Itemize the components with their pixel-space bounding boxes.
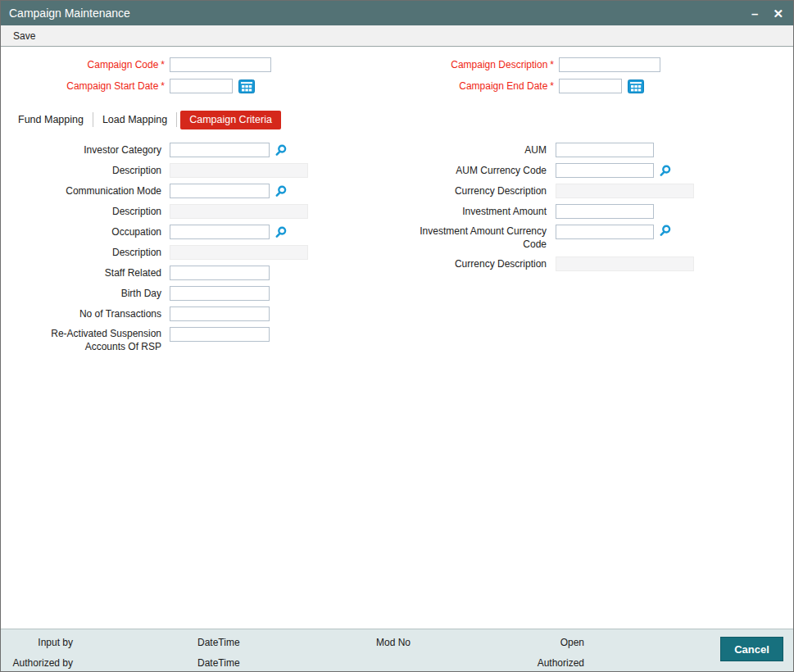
aum-label: AUM xyxy=(397,143,547,157)
aum-currency-code-input[interactable] xyxy=(556,163,654,178)
header-form: Campaign Code* Campaign Start Date* Camp… xyxy=(1,47,793,100)
window-titlebar: Campaign Maintenance – ✕ xyxy=(1,1,793,25)
investor-category-description-label: Description xyxy=(1,164,161,177)
search-icon[interactable] xyxy=(274,185,287,198)
calendar-icon[interactable] xyxy=(628,79,644,93)
tab-bar: Fund Mapping Load Mapping Campaign Crite… xyxy=(1,110,793,129)
tab-fund-mapping[interactable]: Fund Mapping xyxy=(9,111,93,129)
reactivated-suspension-accounts-label: Re-Activated Suspension Accounts Of RSP xyxy=(1,327,161,353)
investment-amount-currency-code-input[interactable] xyxy=(556,225,654,239)
save-button[interactable]: Save xyxy=(13,30,35,42)
required-asterisk: * xyxy=(550,80,554,92)
toolbar: Save xyxy=(1,25,793,47)
staff-related-input[interactable] xyxy=(170,266,270,280)
calendar-icon[interactable] xyxy=(238,79,255,93)
required-asterisk: * xyxy=(161,80,165,92)
datetime-label: DateTime xyxy=(197,657,240,669)
communication-mode-description-label: Description xyxy=(1,205,161,218)
tab-campaign-criteria[interactable]: Campaign Criteria xyxy=(180,111,281,129)
window-title: Campaign Maintenance xyxy=(9,7,130,20)
aum-currency-description-label: Currency Description xyxy=(397,184,547,198)
investment-currency-description-field xyxy=(556,257,694,271)
occupation-description-field xyxy=(170,245,308,260)
search-icon[interactable] xyxy=(274,226,287,238)
search-icon[interactable] xyxy=(274,144,287,157)
campaign-description-label: Campaign Description* xyxy=(397,58,554,71)
reactivated-suspension-accounts-input[interactable] xyxy=(170,327,270,342)
investor-category-description-field xyxy=(170,163,308,178)
campaign-maintenance-window: Campaign Maintenance – ✕ Save Campaign C… xyxy=(0,0,794,672)
aum-input[interactable] xyxy=(556,143,654,157)
campaign-end-date-label: Campaign End Date* xyxy=(397,79,554,93)
no-of-transactions-label: No of Transactions xyxy=(1,307,161,320)
minimize-icon[interactable]: – xyxy=(751,7,758,20)
investment-amount-input[interactable] xyxy=(556,204,654,219)
datetime-label: DateTime xyxy=(197,637,240,648)
authorized-status-label: Authorized xyxy=(492,657,584,669)
cancel-button[interactable]: Cancel xyxy=(720,637,783,661)
campaign-code-input[interactable] xyxy=(170,57,271,72)
footer-bar: Input by DateTime Mod No Open Authorized… xyxy=(1,629,793,671)
birth-day-input[interactable] xyxy=(170,286,270,301)
campaign-criteria-panel: Investor Category Description Communicat… xyxy=(1,129,793,359)
investor-category-label: Investor Category xyxy=(1,143,161,157)
investor-category-input[interactable] xyxy=(170,143,270,157)
aum-currency-code-label: AUM Currency Code xyxy=(397,164,547,177)
communication-mode-description-field xyxy=(170,204,308,219)
mod-no-label: Mod No xyxy=(376,637,411,648)
communication-mode-input[interactable] xyxy=(170,184,270,198)
authorized-by-label: Authorized by xyxy=(1,657,73,669)
required-asterisk: * xyxy=(550,59,554,70)
investment-currency-description-label: Currency Description xyxy=(397,257,547,270)
birth-day-label: Birth Day xyxy=(1,287,161,300)
aum-currency-description-field xyxy=(556,184,694,198)
close-icon[interactable]: ✕ xyxy=(773,7,783,20)
no-of-transactions-input[interactable] xyxy=(170,306,270,321)
input-by-label: Input by xyxy=(1,637,73,648)
communication-mode-label: Communication Mode xyxy=(1,184,161,198)
investment-amount-currency-code-label: Investment Amount Currency Code xyxy=(397,225,547,251)
search-icon[interactable] xyxy=(659,165,671,177)
staff-related-label: Staff Related xyxy=(1,266,161,279)
campaign-code-label: Campaign Code* xyxy=(1,58,165,71)
campaign-description-input[interactable] xyxy=(559,57,660,72)
campaign-start-date-label: Campaign Start Date* xyxy=(1,79,165,93)
tab-separator xyxy=(176,112,177,127)
occupation-input[interactable] xyxy=(170,225,270,239)
open-status-label: Open xyxy=(492,637,584,648)
search-icon[interactable] xyxy=(659,225,671,237)
campaign-end-date-input[interactable] xyxy=(559,79,622,93)
campaign-start-date-input[interactable] xyxy=(170,79,233,93)
required-asterisk: * xyxy=(161,59,165,70)
tab-load-mapping[interactable]: Load Mapping xyxy=(93,111,176,129)
occupation-label: Occupation xyxy=(1,225,161,238)
occupation-description-label: Description xyxy=(1,246,161,259)
investment-amount-label: Investment Amount xyxy=(397,205,547,218)
